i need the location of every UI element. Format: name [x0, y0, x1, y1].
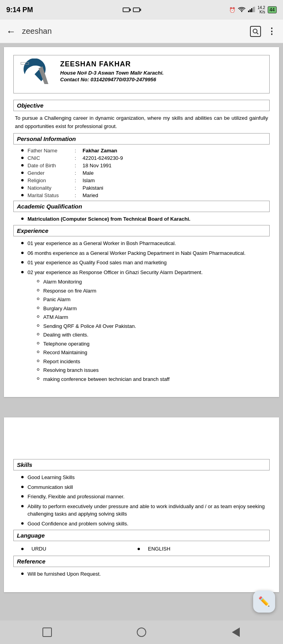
fab-edit-button[interactable]: ✏️ — [253, 591, 275, 613]
sub-item-11: Resolving branch issues — [37, 366, 270, 374]
cv-address: House No# D-3 Aswan Town Malir Karachi. — [60, 70, 266, 76]
language-list: URDU ENGLISH — [13, 544, 270, 553]
bullet-icon — [138, 548, 140, 550]
battery-indicator: 44 — [268, 6, 277, 13]
media-icon-2 — [133, 7, 140, 12]
exp-item-2: 06 months experience as a General Worker… — [21, 249, 270, 257]
bullet-icon — [21, 149, 24, 152]
bullet-icon — [21, 164, 24, 166]
status-icons: ⏰ 14.2K/s 44 — [229, 5, 277, 14]
circle-icon — [137, 628, 146, 637]
sub-item-10: Report incidents — [37, 358, 270, 366]
bullet-icon — [21, 495, 24, 498]
info-row-father: Father Name : Fakhar Zaman — [21, 148, 270, 154]
status-time: 9:14 PM — [6, 6, 33, 14]
sub-bullet-icon — [37, 351, 39, 353]
bullet-icon — [21, 179, 24, 181]
sub-bullet-icon — [37, 342, 39, 344]
sub-item-9: Record Maintaining — [37, 349, 270, 357]
more-options-button[interactable]: ⋮ — [267, 26, 277, 37]
status-media-icons — [123, 7, 140, 12]
info-row-dob: Date of Birth : 18 Nov 1991 — [21, 163, 270, 168]
media-icon-1 — [123, 7, 130, 12]
exp-item-1: 01 year experience as a General Worker i… — [21, 240, 270, 247]
triangle-icon — [232, 628, 240, 637]
bullet-icon — [21, 261, 24, 263]
bullet-icon — [21, 271, 24, 273]
objective-text: To pursue a Challenging career in dynami… — [13, 114, 270, 131]
svg-rect-1 — [248, 11, 249, 12]
sub-item-8: Telephone operating — [37, 340, 270, 348]
svg-text:-: - — [22, 62, 23, 66]
sub-bullet-icon — [37, 333, 39, 335]
exp-item-4: 02 year experience as Response Officer i… — [21, 269, 270, 276]
cv-name-block: ZEESHAN FAKHAR House No# D-3 Aswan Town … — [60, 59, 266, 82]
sub-item-4: Burglary Alarm — [37, 305, 270, 313]
sub-bullet-icon — [37, 280, 39, 282]
sub-bullet-icon — [37, 324, 39, 327]
sub-bullet-icon — [37, 307, 39, 309]
nav-recent-button[interactable] — [40, 625, 54, 639]
exp-item-3: 01 year experience as Quality Food sales… — [21, 259, 270, 267]
svg-point-0 — [241, 11, 243, 12]
nav-home-button[interactable] — [134, 625, 149, 639]
bullet-icon — [21, 194, 24, 196]
bullet-icon — [21, 218, 24, 220]
bullet-icon — [21, 548, 24, 550]
academic-list: Matriculation (Computer Science) from Te… — [13, 215, 270, 223]
edit-icon: ✏️ — [258, 596, 270, 607]
bottom-nav — [0, 620, 283, 644]
reference-list: Will be furnished Upon Request. — [13, 570, 270, 578]
skill-item-2: Communication skill — [21, 483, 270, 491]
nav-title: zeeshan — [22, 27, 250, 36]
info-row-gender: Gender : Male — [21, 170, 270, 176]
sub-item-5: ATM Alarm — [37, 313, 270, 321]
language-header: Language — [13, 530, 270, 541]
academic-header: Academic Qualification — [13, 201, 270, 212]
experience-header: Experience — [13, 225, 270, 236]
svg-rect-4 — [253, 7, 254, 12]
svg-rect-3 — [251, 8, 252, 12]
wifi-icon — [238, 7, 246, 13]
sub-bullet-icon — [37, 377, 39, 380]
sub-bullet-icon — [37, 289, 39, 291]
resume-card-skills: Skills Good Learning Skills Communicatio… — [4, 417, 279, 592]
svg-rect-5 — [254, 7, 255, 12]
alarm-icon: ⏰ — [229, 7, 235, 13]
reference-header: Reference — [13, 556, 270, 567]
sub-bullet-icon — [37, 298, 39, 300]
skill-item-1: Good Learning Skills — [21, 474, 270, 481]
info-row-nationality: Nationality : Pakistani — [21, 185, 270, 191]
skill-item-5: Good Confidence and problem solving skil… — [21, 520, 270, 528]
language-english: ENGLISH — [138, 546, 170, 552]
sub-item-7: Dealing with clients. — [37, 331, 270, 339]
skills-header: Skills — [13, 459, 270, 470]
signal-icon — [248, 7, 255, 13]
bullet-icon — [21, 187, 24, 189]
bullet-icon — [21, 157, 24, 159]
back-button[interactable]: ← — [6, 26, 16, 37]
cv-full-name: ZEESHAN FAKHAR — [60, 60, 266, 68]
objective-header: Objective — [13, 100, 270, 111]
nav-back-button[interactable] — [229, 625, 243, 639]
reference-item-1: Will be furnished Upon Request. — [21, 570, 270, 578]
skill-item-4: Ability to perform executively under pre… — [21, 503, 270, 518]
bullet-icon — [21, 573, 24, 575]
sub-bullet-icon — [37, 360, 39, 362]
sub-bullet-icon — [37, 368, 39, 371]
language-urdu: URDU — [21, 546, 46, 552]
bullet-icon — [21, 486, 24, 488]
search-button[interactable] — [250, 26, 261, 37]
data-speed: 14.2K/s — [257, 5, 265, 14]
sub-bullet-list: Alarm Monitoring Response on fire Alarm … — [21, 278, 270, 383]
svg-point-6 — [253, 29, 257, 33]
skill-item-3: Friendly, Flexible and professional mann… — [21, 493, 270, 501]
sub-item-1: Alarm Monitoring — [37, 278, 270, 286]
info-row-cnic: CNIC : 42201-6249230-9 — [21, 155, 270, 161]
resume-card-main: - ZEESHAN FAKHAR House No# D-3 Aswan Tow… — [4, 47, 279, 397]
page-break — [4, 402, 279, 417]
square-icon — [42, 628, 52, 637]
info-row-marital: Marital Status : Maried — [21, 192, 270, 198]
bullet-icon — [21, 172, 24, 174]
personal-info-list: Father Name : Fakhar Zaman CNIC : 42201-… — [13, 148, 270, 198]
